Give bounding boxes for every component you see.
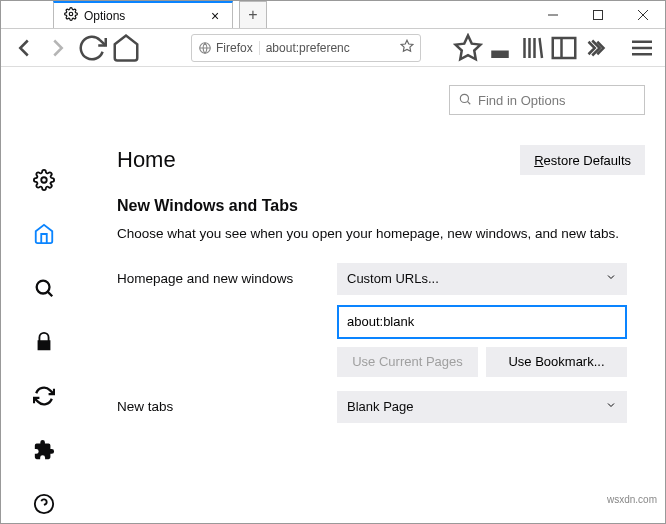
svg-point-18 — [41, 177, 47, 183]
identity-box[interactable]: Firefox — [198, 41, 260, 55]
svg-point-23 — [460, 94, 468, 102]
homepage-row: Homepage and new windows Custom URLs... — [117, 263, 645, 295]
category-sidebar — [1, 67, 87, 523]
category-general[interactable] — [24, 161, 64, 199]
homepage-select[interactable]: Custom URLs... — [337, 263, 627, 295]
category-privacy[interactable] — [24, 323, 64, 361]
tab-label: Options — [84, 9, 202, 23]
newtabs-row: New tabs Blank Page — [117, 391, 645, 423]
chevron-down-icon — [605, 271, 617, 286]
identity-label: Firefox — [216, 41, 253, 55]
watermark: wsxdn.com — [607, 494, 657, 505]
forward-button[interactable] — [43, 33, 73, 63]
search-placeholder: Find in Options — [478, 93, 565, 108]
sidebar-toggle-icon[interactable] — [549, 33, 579, 63]
home-button[interactable] — [111, 33, 141, 63]
overflow-icon[interactable] — [581, 33, 611, 63]
svg-point-0 — [69, 12, 73, 16]
pocket-icon[interactable] — [453, 33, 483, 63]
titlebar: Options × + — [1, 1, 665, 29]
svg-line-24 — [467, 101, 470, 104]
category-sync[interactable] — [24, 377, 64, 415]
restore-defaults-button[interactable]: Restore Defaults — [520, 145, 645, 175]
tab-options[interactable]: Options × — [53, 1, 233, 28]
preferences-content: Find in Options Home Restore Defaults Ne… — [1, 67, 665, 523]
main-panel: Find in Options Home Restore Defaults Ne… — [87, 67, 665, 523]
newtabs-label: New tabs — [117, 399, 337, 414]
svg-marker-6 — [401, 40, 413, 51]
close-window-button[interactable] — [620, 1, 665, 29]
app-menu-button[interactable] — [627, 33, 657, 63]
use-current-pages-button[interactable]: Use Current Pages — [337, 347, 478, 377]
minimize-button[interactable] — [530, 1, 575, 29]
url-bar[interactable]: Firefox about:preferenc — [191, 34, 421, 62]
svg-line-12 — [540, 38, 543, 58]
section-title: New Windows and Tabs — [117, 197, 645, 215]
url-text[interactable]: about:preferenc — [266, 41, 394, 55]
homepage-url-input[interactable] — [337, 305, 627, 339]
tab-strip: Options × + — [1, 1, 530, 28]
find-in-options[interactable]: Find in Options — [449, 85, 645, 115]
category-extensions[interactable] — [24, 431, 64, 469]
homepage-url-row: Use Current Pages Use Bookmark... — [117, 305, 645, 377]
window-controls — [530, 1, 665, 28]
category-search[interactable] — [24, 269, 64, 307]
section-description: Choose what you see when you open your h… — [117, 223, 637, 245]
newtabs-select-value: Blank Page — [347, 399, 414, 414]
category-home[interactable] — [24, 215, 64, 253]
maximize-button[interactable] — [575, 1, 620, 29]
page-title: Home — [117, 147, 176, 173]
bookmark-star-icon[interactable] — [400, 39, 414, 56]
svg-line-20 — [48, 292, 52, 296]
nav-toolbar: Firefox about:preferenc — [1, 29, 665, 67]
svg-rect-13 — [553, 38, 576, 58]
library-icon[interactable] — [517, 33, 547, 63]
chevron-down-icon — [605, 399, 617, 414]
gear-icon — [64, 7, 78, 24]
svg-rect-8 — [491, 50, 509, 58]
homepage-select-value: Custom URLs... — [347, 271, 439, 286]
back-button[interactable] — [9, 33, 39, 63]
search-icon — [458, 92, 472, 109]
svg-rect-2 — [593, 11, 602, 20]
use-bookmark-button[interactable]: Use Bookmark... — [486, 347, 627, 377]
homepage-label: Homepage and new windows — [117, 271, 337, 286]
newtabs-select[interactable]: Blank Page — [337, 391, 627, 423]
svg-point-19 — [37, 281, 50, 294]
reload-button[interactable] — [77, 33, 107, 63]
toolbar-right — [453, 33, 657, 63]
close-tab-icon[interactable]: × — [208, 9, 222, 23]
svg-marker-7 — [456, 35, 481, 59]
category-support[interactable] — [24, 485, 64, 523]
new-tab-button[interactable]: + — [239, 1, 267, 28]
downloads-icon[interactable] — [485, 33, 515, 63]
